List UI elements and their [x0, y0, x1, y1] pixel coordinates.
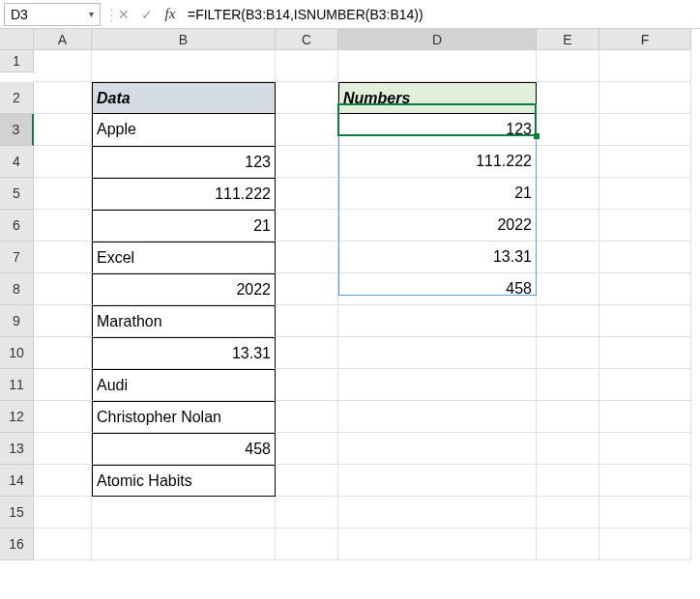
- fill-handle[interactable]: [534, 133, 540, 139]
- cell[interactable]: [599, 178, 691, 210]
- row-header-9[interactable]: 9: [0, 305, 34, 337]
- col-header-e[interactable]: E: [537, 29, 599, 50]
- cell[interactable]: [599, 401, 691, 433]
- active-cell[interactable]: 123: [338, 114, 537, 146]
- row-header-16[interactable]: 16: [0, 528, 34, 560]
- cell[interactable]: [34, 337, 92, 369]
- cell[interactable]: 111.222: [92, 178, 276, 210]
- cell[interactable]: 111.222: [338, 146, 537, 178]
- cell[interactable]: [537, 114, 599, 146]
- cell[interactable]: [34, 242, 92, 273]
- cell[interactable]: [338, 433, 537, 465]
- cell[interactable]: 123: [92, 146, 276, 178]
- cell[interactable]: [34, 433, 92, 465]
- row-header-11[interactable]: 11: [0, 369, 34, 401]
- cell[interactable]: [276, 242, 338, 273]
- cell[interactable]: [34, 528, 92, 560]
- cell[interactable]: [34, 273, 92, 305]
- cell[interactable]: 2022: [92, 273, 276, 305]
- cell[interactable]: Atomic Habits: [92, 465, 276, 497]
- cell[interactable]: [276, 146, 338, 178]
- cell[interactable]: [338, 497, 537, 528]
- cell[interactable]: Excel: [92, 242, 276, 273]
- cell[interactable]: [599, 369, 691, 401]
- cell[interactable]: [92, 50, 276, 82]
- cell[interactable]: 2022: [338, 210, 537, 242]
- cell[interactable]: [338, 465, 537, 497]
- cell[interactable]: [599, 337, 691, 369]
- cell[interactable]: [537, 178, 599, 210]
- cell[interactable]: [34, 178, 92, 210]
- cell[interactable]: [34, 305, 92, 337]
- cell[interactable]: [276, 528, 338, 560]
- cell[interactable]: [276, 305, 338, 337]
- cell[interactable]: [338, 369, 537, 401]
- row-header-7[interactable]: 7: [0, 242, 34, 273]
- cell[interactable]: [338, 305, 537, 337]
- cell[interactable]: [537, 210, 599, 242]
- cell[interactable]: [338, 528, 537, 560]
- cell[interactable]: [276, 210, 338, 242]
- cell[interactable]: [599, 242, 691, 273]
- cell[interactable]: Christopher Nolan: [92, 401, 276, 433]
- cell[interactable]: [599, 305, 691, 337]
- cell[interactable]: [537, 242, 599, 273]
- cell[interactable]: [338, 401, 537, 433]
- col-header-d[interactable]: D: [338, 29, 537, 50]
- cell[interactable]: [34, 497, 92, 528]
- row-header-5[interactable]: 5: [0, 178, 34, 210]
- cell[interactable]: [599, 146, 691, 178]
- row-header-4[interactable]: 4: [0, 146, 34, 178]
- cell[interactable]: [537, 146, 599, 178]
- cell[interactable]: [537, 528, 599, 560]
- col-header-b[interactable]: B: [92, 29, 276, 50]
- cell[interactable]: [276, 50, 338, 82]
- cell[interactable]: [276, 401, 338, 433]
- cell[interactable]: [276, 433, 338, 465]
- cell[interactable]: [537, 369, 599, 401]
- cell[interactable]: [537, 465, 599, 497]
- row-header-8[interactable]: 8: [0, 273, 34, 305]
- col-header-a[interactable]: A: [34, 29, 92, 50]
- cell[interactable]: 13.31: [338, 242, 537, 273]
- row-header-2[interactable]: 2: [0, 82, 34, 114]
- cell[interactable]: [34, 401, 92, 433]
- cell[interactable]: [537, 82, 599, 114]
- col-header-f[interactable]: F: [599, 29, 691, 50]
- cell[interactable]: 13.31: [92, 337, 276, 369]
- cell[interactable]: [276, 178, 338, 210]
- row-header-14[interactable]: 14: [0, 465, 34, 497]
- cell[interactable]: [34, 465, 92, 497]
- cell[interactable]: [599, 273, 691, 305]
- cell[interactable]: [599, 82, 691, 114]
- cell[interactable]: 21: [338, 178, 537, 210]
- cell[interactable]: Audi: [92, 369, 276, 401]
- cell[interactable]: 458: [338, 273, 537, 305]
- cell[interactable]: [599, 497, 691, 528]
- cell[interactable]: [34, 369, 92, 401]
- data-header[interactable]: Data: [92, 82, 276, 114]
- cell[interactable]: [537, 433, 599, 465]
- insert-function-button[interactable]: fx: [159, 3, 182, 26]
- cell[interactable]: [34, 50, 92, 82]
- row-header-3[interactable]: 3: [0, 114, 34, 146]
- cell[interactable]: [537, 497, 599, 528]
- cell[interactable]: [338, 50, 537, 82]
- cancel-button[interactable]: ✕: [112, 3, 135, 26]
- cell[interactable]: [276, 114, 338, 146]
- cell[interactable]: 21: [92, 210, 276, 242]
- col-header-c[interactable]: C: [276, 29, 338, 50]
- row-header-13[interactable]: 13: [0, 433, 34, 465]
- cell[interactable]: [599, 114, 691, 146]
- cell[interactable]: [276, 497, 338, 528]
- cell[interactable]: [338, 337, 537, 369]
- row-header-1[interactable]: 1: [0, 50, 34, 72]
- cell[interactable]: [92, 528, 276, 560]
- cell[interactable]: [537, 50, 599, 82]
- enter-button[interactable]: ✓: [135, 3, 159, 26]
- cell[interactable]: 458: [92, 433, 276, 465]
- cell[interactable]: [276, 465, 338, 497]
- numbers-header[interactable]: Numbers: [338, 82, 537, 114]
- cell[interactable]: [34, 210, 92, 242]
- cell[interactable]: [599, 465, 691, 497]
